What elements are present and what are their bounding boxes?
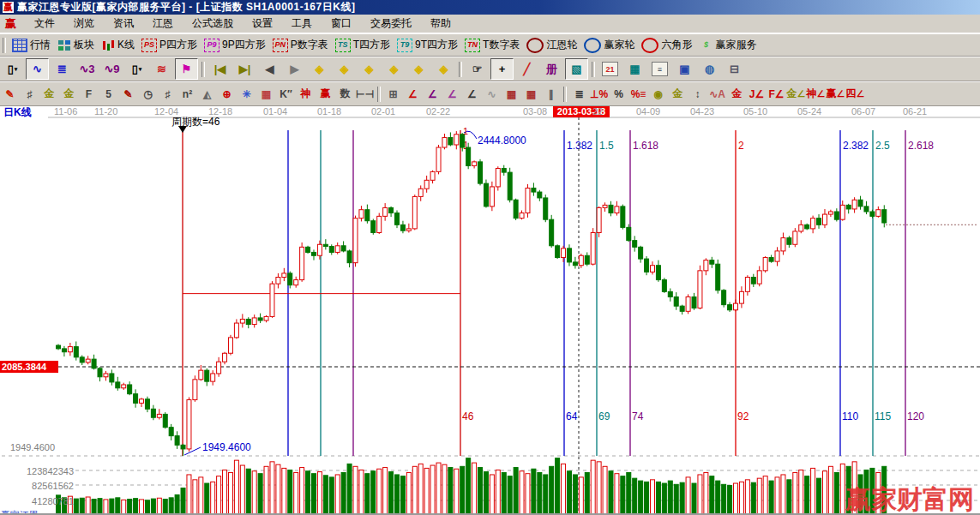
toolbtn-sectors[interactable]: 板块 — [57, 38, 94, 52]
toolbtn-t-square[interactable]: TST四方形 — [335, 38, 390, 52]
toolbtn-gann-wheel[interactable]: 江恩轮 — [526, 38, 577, 53]
tool-notes[interactable]: ≡ — [648, 58, 671, 80]
tool-print[interactable]: ⊟ — [723, 58, 746, 80]
menu-窗口[interactable]: 窗口 — [322, 15, 361, 33]
tool-wave-a[interactable]: ∿A — [707, 85, 727, 104]
tool-web[interactable]: ◍ — [698, 58, 721, 80]
tool-gold-lines[interactable]: 金 — [668, 85, 688, 104]
tool-box-tool[interactable]: ⊞ — [383, 85, 403, 104]
toolbtn-winner-wheel[interactable]: 赢家轮 — [584, 38, 634, 53]
toolbtn-winner-service[interactable]: $赢家服务 — [699, 38, 756, 52]
tool-diamond-up[interactable]: ◈ — [358, 58, 381, 80]
tool-crosshair[interactable]: + — [490, 58, 514, 80]
tool-ying-grid[interactable]: 赢 — [316, 85, 335, 104]
tool-shu-grid[interactable]: 数 — [335, 85, 355, 104]
tool-candle-style[interactable]: ▯▾ — [125, 58, 148, 80]
tool-angle-flag[interactable]: ◭ — [197, 85, 217, 104]
tool-k-quote[interactable]: K″ — [276, 85, 296, 104]
toolbtn-9p-square[interactable]: P99P四方形 — [204, 38, 266, 52]
tool-five-grid[interactable]: 5 — [99, 85, 118, 104]
candle-body — [80, 357, 84, 362]
tool-trend-chart[interactable]: ∿ — [26, 58, 49, 80]
tool-stats-lines[interactable]: ≣ — [569, 85, 589, 104]
menu-江恩[interactable]: 江恩 — [143, 15, 183, 33]
tool-fan-red[interactable]: ∠ — [403, 85, 423, 104]
tool-fan-mixed[interactable]: ∠ — [442, 85, 462, 104]
tool-shen-angle[interactable]: 神∠ — [806, 85, 826, 104]
candle-body — [763, 258, 767, 271]
tool-grid-red-b[interactable]: ▦ — [521, 85, 541, 104]
tool-gold-grid-a[interactable]: 金 — [39, 85, 59, 104]
toolbtn-t-number[interactable]: TNT数字表 — [465, 38, 520, 52]
tool-gold-underline[interactable]: 金 — [727, 85, 747, 104]
tool-percent-line[interactable]: %≡ — [628, 85, 648, 104]
tool-last[interactable]: ▶| — [233, 58, 256, 80]
tool-calculator[interactable]: ▦ — [623, 58, 646, 80]
tool-grid-hash[interactable]: ♯ — [20, 85, 39, 104]
tool-shen-grid[interactable]: 神 — [296, 85, 316, 104]
volume-bar — [377, 469, 382, 515]
tool-hand[interactable]: ☞ — [466, 58, 489, 80]
tool-diamond-right[interactable]: ◈ — [333, 58, 356, 80]
tool-diamond-center[interactable]: ◈ — [432, 58, 455, 80]
tool-gold-circle[interactable]: ◉ — [648, 85, 668, 104]
tool-diamond-left[interactable]: ◈ — [308, 58, 331, 80]
tool-next[interactable]: ▶ — [283, 58, 306, 80]
tool-wave-9[interactable]: ∿9 — [100, 58, 123, 80]
tool-angle-lines[interactable]: ∠ — [462, 85, 482, 104]
kline-chart[interactable]: 11-0611-2012-0412-1801-0401-1802-0102-22… — [0, 106, 980, 515]
tool-wave-3[interactable]: ∿3 — [75, 58, 99, 80]
tool-j-angle[interactable]: J∠ — [747, 85, 767, 104]
tool-dot-grid[interactable]: ▦ — [256, 85, 276, 104]
toolbtn-p-square[interactable]: PSP四方形 — [141, 38, 197, 52]
tool-gold-angle[interactable]: 金∠ — [786, 85, 806, 104]
tool-parallel[interactable]: ∥ — [541, 85, 561, 104]
tool-diamond-down[interactable]: ◈ — [382, 58, 406, 80]
tool-purple-tool[interactable]: 册 — [540, 58, 563, 80]
tool-flag[interactable]: ⚑ — [175, 58, 198, 80]
tool-red-grid[interactable]: ≋ — [150, 58, 173, 80]
tool-prev[interactable]: ◀ — [258, 58, 281, 80]
tool-percent[interactable]: % — [609, 85, 628, 104]
toolbtn-9t-square[interactable]: T99T四方形 — [397, 38, 458, 52]
menu-交易委托[interactable]: 交易委托 — [361, 15, 421, 33]
tool-wave-tool[interactable]: ∿ — [482, 85, 502, 104]
menu-帮助[interactable]: 帮助 — [421, 15, 460, 33]
tool-calendar[interactable]: 21 — [598, 58, 622, 80]
tool-gold-grid-b[interactable]: 金 — [59, 85, 79, 104]
tool-pen-measure[interactable]: ↕ — [688, 85, 707, 104]
menu-浏览[interactable]: 浏览 — [64, 15, 104, 33]
tool-pen[interactable]: ✎ — [0, 85, 20, 104]
tool-info-panel[interactable]: ≣ — [51, 58, 74, 80]
tool-candle-period[interactable]: ▯▾ — [1, 58, 24, 80]
tool-ying-angle[interactable]: 赢∠ — [826, 85, 845, 104]
tool-grid-red-a[interactable]: ▦ — [502, 85, 521, 104]
tool-hash-2[interactable]: ♯ — [158, 85, 177, 104]
menu-工具[interactable]: 工具 — [282, 15, 322, 33]
menu-设置[interactable]: 设置 — [243, 15, 282, 33]
tool-n-square[interactable]: n² — [177, 85, 197, 104]
tool-f-angle[interactable]: F∠ — [767, 85, 786, 104]
tool-t-percent[interactable]: ⊥% — [589, 85, 609, 104]
tool-measure-line[interactable]: ╱ — [515, 58, 538, 80]
tool-first[interactable]: |◀ — [208, 58, 231, 80]
tool-save[interactable]: ▣ — [673, 58, 696, 80]
tool-circle-cross[interactable]: ⊕ — [217, 85, 237, 104]
toolbtn-quotes[interactable]: 行情 — [12, 38, 51, 52]
toolbtn-p-number[interactable]: PNP数字表 — [273, 38, 328, 52]
tool-ruler[interactable]: ⊢⊣ — [355, 85, 375, 104]
period-label[interactable]: 日K线 — [3, 106, 32, 118]
tool-region-tool[interactable]: ▧ — [565, 58, 588, 80]
toolbtn-kline[interactable]: K线 — [101, 38, 135, 52]
menu-公式选股[interactable]: 公式选股 — [183, 15, 243, 33]
tool-f-grid[interactable]: F — [79, 85, 99, 104]
tool-fan-purple[interactable]: ∠ — [423, 85, 442, 104]
tool-star[interactable]: ✳ — [237, 85, 256, 104]
tool-si-angle[interactable]: 四∠ — [845, 85, 865, 104]
tool-brush[interactable]: ✎ — [118, 85, 138, 104]
menu-资讯[interactable]: 资讯 — [104, 15, 143, 33]
tool-clock-grid[interactable]: ◷ — [138, 85, 158, 104]
menu-文件[interactable]: 文件 — [25, 15, 64, 33]
toolbtn-hexagon[interactable]: 六角形 — [641, 38, 692, 53]
tool-diamond-cross[interactable]: ◈ — [407, 58, 430, 80]
